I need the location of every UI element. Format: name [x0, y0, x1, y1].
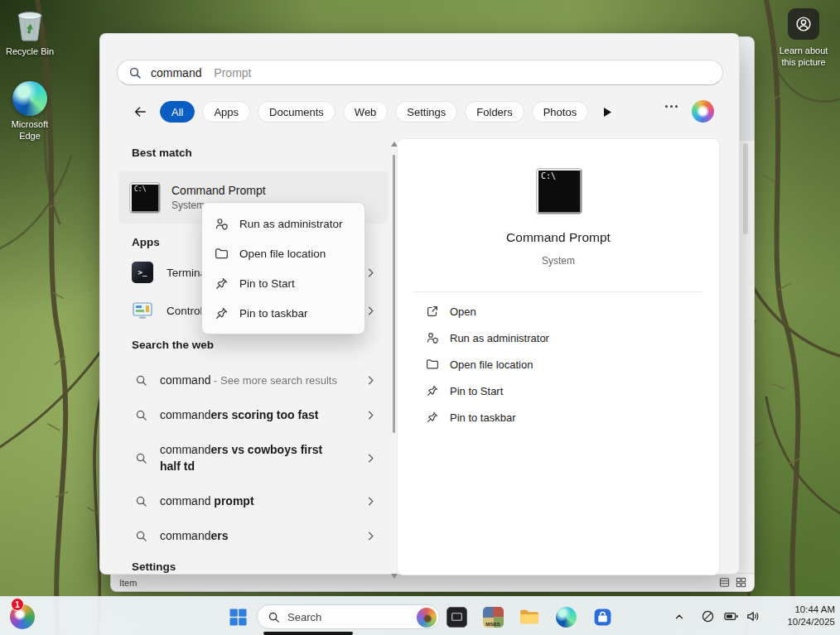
- search-highlight-art-icon: [417, 608, 437, 628]
- search-query-typed: command: [151, 66, 201, 79]
- action-run-as-administrator[interactable]: Run as administrator: [411, 325, 707, 351]
- web-suggestion-5[interactable]: commanders: [118, 521, 389, 551]
- search-filter-tabs: All Apps Documents Web Settings Folders …: [100, 99, 739, 124]
- chevron-right-icon[interactable]: [364, 530, 377, 542]
- taskbar-search-placeholder: Search: [287, 611, 321, 623]
- preview-title: Command Prompt: [398, 230, 719, 245]
- taskbar-app-file-explorer[interactable]: [513, 600, 546, 633]
- action-label: Run as administrator: [450, 332, 549, 344]
- action-label: Pin to Start: [450, 385, 503, 397]
- tab-photos[interactable]: Photos: [532, 101, 588, 123]
- search-flyout: command Prompt All Apps Documents Web Se…: [99, 33, 740, 575]
- back-button[interactable]: [130, 102, 150, 122]
- preview-pane: C:\ Command Prompt System Open Run as ad…: [397, 138, 720, 575]
- taskbar: 1 Search MSBS: [0, 596, 840, 635]
- action-pin-to-start[interactable]: Pin to Start: [411, 378, 707, 404]
- context-menu-open-file-location[interactable]: Open file location: [206, 239, 360, 267]
- pin-icon: [426, 411, 439, 424]
- chevron-right-icon[interactable]: [364, 267, 377, 279]
- tab-documents[interactable]: Documents: [258, 101, 336, 123]
- copilot-icon[interactable]: [692, 100, 714, 123]
- scroll-down-icon[interactable]: [391, 574, 398, 579]
- search-icon: [268, 611, 280, 623]
- context-menu-run-as-administrator[interactable]: Run as administrator: [206, 209, 360, 238]
- search-icon: [128, 66, 142, 79]
- tab-web[interactable]: Web: [343, 101, 389, 123]
- background-window-scrollbar[interactable]: [743, 143, 748, 234]
- taskbar-app-dark-window[interactable]: [440, 600, 473, 633]
- pin-icon: [426, 384, 439, 397]
- desktop: Recycle Bin Microsoft Edge Learn about t…: [0, 0, 840, 635]
- context-menu-pin-to-start[interactable]: Pin to Start: [206, 269, 360, 297]
- background-window-statusbar: Item: [111, 573, 754, 591]
- tray-chevron-up-icon[interactable]: [668, 605, 691, 628]
- desktop-icon-microsoft-edge[interactable]: Microsoft Edge: [3, 81, 56, 142]
- network-blocked-icon[interactable]: [699, 608, 716, 624]
- battery-icon[interactable]: [722, 608, 739, 624]
- admin-shield-icon: [215, 217, 229, 231]
- web-suggestion-4[interactable]: command prompt: [118, 486, 389, 516]
- context-menu-label: Pin to taskbar: [239, 307, 308, 320]
- apps-header: Apps: [132, 236, 160, 248]
- windows-logo-icon: [229, 609, 247, 626]
- search-icon: [135, 495, 147, 508]
- thumbnail-view-icon[interactable]: [736, 577, 746, 588]
- settings-header: Settings: [132, 560, 176, 573]
- recycle-bin-icon: [13, 5, 46, 43]
- control-panel-icon: [132, 300, 153, 321]
- action-pin-to-taskbar[interactable]: Pin to taskbar: [411, 404, 707, 431]
- desktop-icon-recycle-bin[interactable]: Recycle Bin: [3, 5, 56, 57]
- tab-settings[interactable]: Settings: [395, 101, 457, 123]
- colorful-app-icon: MSBS: [483, 607, 504, 628]
- learn-about-label: Learn about this picture: [774, 45, 833, 69]
- taskbar-app-colorful[interactable]: MSBS: [476, 600, 509, 633]
- learn-about-picture-widget[interactable]: Learn about this picture: [774, 8, 833, 69]
- clock-date: 10/24/2025: [759, 616, 835, 628]
- web-suggestion-text: command prompt: [160, 493, 254, 509]
- chevron-right-icon[interactable]: [364, 495, 377, 508]
- command-prompt-icon: C:\: [130, 183, 160, 213]
- context-menu: Run as administrator Open file location …: [201, 202, 365, 334]
- tab-apps[interactable]: Apps: [202, 101, 250, 123]
- search-input[interactable]: command Prompt: [117, 60, 723, 85]
- pin-icon: [215, 277, 229, 291]
- chevron-right-icon[interactable]: [364, 374, 377, 387]
- tabs-overflow-icon[interactable]: [603, 107, 612, 118]
- taskbar-app-store[interactable]: [586, 600, 619, 633]
- admin-shield-icon: [426, 331, 439, 344]
- best-match-title: Command Prompt: [171, 184, 266, 197]
- web-suggestion-text: command - See more search results: [160, 372, 337, 389]
- edge-icon: [556, 607, 577, 628]
- search-query-suggestion: Prompt: [210, 66, 251, 79]
- edge-icon: [12, 81, 47, 116]
- action-open[interactable]: Open: [411, 298, 707, 325]
- taskbar-indicator-bar: [263, 632, 353, 635]
- more-options-icon[interactable]: [665, 105, 678, 108]
- tab-all[interactable]: All: [160, 101, 195, 123]
- taskbar-search-box[interactable]: Search: [257, 604, 440, 629]
- recycle-bin-label: Recycle Bin: [3, 46, 56, 57]
- context-menu-pin-to-taskbar[interactable]: Pin to taskbar: [206, 299, 360, 327]
- web-suggestion-2[interactable]: commanders scoring too fast: [118, 400, 389, 430]
- chevron-right-icon[interactable]: [364, 305, 377, 317]
- chevron-right-icon[interactable]: [364, 409, 377, 421]
- web-suggestion-1[interactable]: command - See more search results: [118, 365, 389, 395]
- taskbar-clock[interactable]: 10:44 AM 10/24/2025: [759, 604, 835, 628]
- notification-badge: 1: [11, 598, 24, 611]
- web-suggestion-text: commanders vs cowboys first half td: [160, 441, 331, 475]
- command-prompt-icon-large: C:\: [537, 169, 582, 214]
- start-button[interactable]: [221, 600, 254, 633]
- taskbar-app-edge[interactable]: [549, 600, 582, 633]
- edge-label: Microsoft Edge: [3, 118, 56, 142]
- scrollbar-thumb[interactable]: [393, 155, 395, 433]
- chevron-right-icon[interactable]: [364, 452, 377, 464]
- web-suggestion-3[interactable]: commanders vs cowboys first half td: [118, 435, 389, 481]
- tab-folders[interactable]: Folders: [465, 101, 524, 123]
- open-icon: [426, 305, 439, 318]
- speaker-icon[interactable]: [744, 608, 760, 624]
- preview-divider: [414, 291, 702, 292]
- details-view-icon[interactable]: [719, 577, 730, 588]
- dark-window-icon: [447, 607, 467, 628]
- action-open-file-location[interactable]: Open file location: [411, 351, 707, 378]
- pin-icon: [215, 306, 229, 320]
